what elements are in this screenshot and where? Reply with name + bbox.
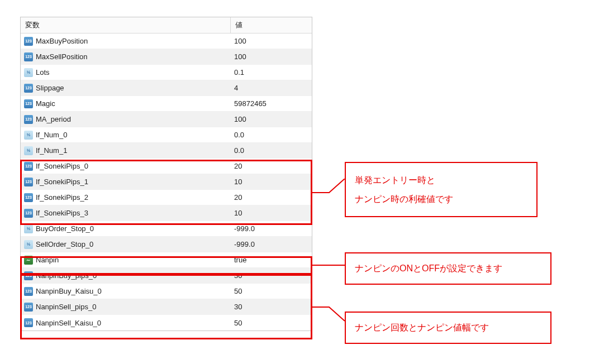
float-icon: ½ [24, 146, 33, 155]
value-cell[interactable]: 59872465 [231, 97, 312, 110]
value-text: 20 [234, 193, 242, 202]
value-cell[interactable]: 0.0 [231, 144, 312, 157]
value-text: 100 [234, 52, 246, 61]
float-icon: ½ [24, 68, 33, 77]
value-cell[interactable]: -999.0 [231, 222, 312, 235]
header-variable[interactable]: 変数 [21, 17, 231, 33]
float-icon: ½ [24, 131, 33, 140]
integer-icon: 123 [24, 271, 33, 280]
table-row[interactable]: 123Slippage4 [21, 80, 312, 96]
value-cell[interactable]: 10 [231, 175, 312, 188]
value-cell[interactable]: 30 [231, 300, 312, 313]
variable-cell: 123If_SonekiPips_3 [21, 207, 231, 220]
integer-icon: 123 [24, 99, 33, 108]
table-row[interactable]: 123If_SonekiPips_110 [21, 174, 312, 190]
value-text: 100 [234, 37, 246, 45]
integer-icon: 123 [24, 318, 33, 327]
callout-nanpin-onoff: ナンピンのONとOFFが設定できます [345, 252, 551, 285]
value-text: 30 [234, 303, 242, 311]
variable-cell: 123If_SonekiPips_1 [21, 175, 231, 189]
variable-name: If_Num_1 [36, 146, 67, 155]
integer-icon: 123 [24, 115, 33, 124]
table-row[interactable]: ½BuyOrder_Stop_0-999.0 [21, 221, 312, 237]
variable-cell: ∼Nanpin [21, 253, 231, 267]
variable-cell: ½Lots [21, 66, 231, 79]
value-text: -999.0 [234, 224, 255, 233]
bool-icon: ∼ [24, 256, 33, 265]
variable-name: Nanpin [36, 256, 59, 264]
variable-name: BuyOrder_Stop_0 [36, 224, 94, 233]
value-cell[interactable]: 0.1 [231, 66, 312, 79]
integer-icon: 123 [24, 287, 33, 296]
variable-cell: 123NanpinSell_pips_0 [21, 300, 231, 314]
table-row[interactable]: 123NanpinSell_Kaisu_050 [21, 315, 312, 331]
integer-icon: 123 [24, 37, 33, 46]
variable-name: MA_period [36, 115, 71, 123]
value-text: 30 [234, 271, 242, 280]
value-text: 0.0 [234, 146, 244, 155]
value-text: 59872465 [234, 99, 267, 108]
variable-name: Magic [36, 99, 55, 108]
callout-text: 単発エントリー時と [355, 175, 435, 185]
variable-name: NanpinBuy_pips_0 [36, 271, 97, 280]
table-row[interactable]: ∼Nanpintrue [21, 252, 312, 268]
variable-name: If_SonekiPips_1 [36, 178, 88, 186]
value-text: 0.0 [234, 131, 244, 139]
properties-table: 変数 値 123MaxBuyPosition100123MaxSellPosit… [20, 17, 312, 331]
variable-cell: 123NanpinBuy_pips_0 [21, 269, 231, 282]
value-text: true [234, 256, 246, 264]
variable-cell: 123MaxSellPosition [21, 50, 231, 64]
table-row[interactable]: 123NanpinSell_pips_030 [21, 299, 312, 315]
table-row[interactable]: 123MaxBuyPosition100 [21, 33, 312, 49]
table-row[interactable]: 123If_SonekiPips_310 [21, 205, 312, 221]
value-cell[interactable]: 100 [231, 35, 312, 47]
value-cell[interactable]: 20 [231, 160, 312, 173]
value-cell[interactable]: 50 [231, 285, 312, 298]
variable-cell: 123MA_period [21, 113, 231, 126]
variable-cell: ½BuyOrder_Stop_0 [21, 222, 231, 236]
value-text: -999.0 [234, 240, 255, 248]
integer-icon: 123 [24, 52, 33, 61]
table-row[interactable]: ½If_Num_00.0 [21, 127, 312, 143]
value-cell[interactable]: 0.0 [231, 128, 312, 141]
variable-cell: ½If_Num_1 [21, 144, 231, 157]
table-row[interactable]: 123If_SonekiPips_220 [21, 190, 312, 205]
header-value[interactable]: 値 [231, 17, 312, 33]
table-row[interactable]: ½SellOrder_Stop_0-999.0 [21, 237, 312, 252]
variable-cell: ½SellOrder_Stop_0 [21, 238, 231, 251]
variable-cell: 123MaxBuyPosition [21, 35, 231, 48]
value-cell[interactable]: 10 [231, 207, 312, 219]
value-text: 100 [234, 115, 246, 123]
table-row[interactable]: ½Lots0.1 [21, 65, 312, 80]
value-cell[interactable]: 50 [231, 317, 312, 329]
float-icon: ½ [24, 224, 33, 233]
integer-icon: 123 [24, 162, 33, 171]
integer-icon: 123 [24, 303, 33, 312]
value-cell[interactable]: 20 [231, 191, 312, 204]
table-row[interactable]: 123Magic59872465 [21, 96, 312, 112]
variable-cell: 123If_SonekiPips_0 [21, 160, 231, 173]
variable-name: Slippage [36, 84, 64, 92]
callout-text: ナンピンのONとOFFが設定できます [355, 264, 502, 273]
value-cell[interactable]: -999.0 [231, 238, 312, 251]
integer-icon: 123 [24, 84, 33, 93]
table-row[interactable]: ½If_Num_10.0 [21, 143, 312, 159]
table-row[interactable]: 123MaxSellPosition100 [21, 49, 312, 65]
variable-cell: 123NanpinSell_Kaisu_0 [21, 316, 231, 329]
value-cell[interactable]: 30 [231, 269, 312, 282]
variable-name: If_SonekiPips_0 [36, 162, 88, 170]
value-cell[interactable]: 4 [231, 82, 312, 94]
table-row[interactable]: 123NanpinBuy_Kaisu_050 [21, 284, 312, 299]
table-row[interactable]: 123NanpinBuy_pips_030 [21, 268, 312, 284]
variable-name: NanpinSell_Kaisu_0 [36, 319, 101, 327]
integer-icon: 123 [24, 178, 33, 186]
value-cell[interactable]: true [231, 253, 312, 266]
variable-cell: 123NanpinBuy_Kaisu_0 [21, 285, 231, 298]
value-text: 50 [234, 319, 242, 327]
value-cell[interactable]: 100 [231, 113, 312, 126]
table-row[interactable]: 123If_SonekiPips_020 [21, 159, 312, 174]
variable-cell: 123Slippage [21, 82, 231, 95]
variable-cell: 123If_SonekiPips_2 [21, 191, 231, 204]
value-cell[interactable]: 100 [231, 50, 312, 63]
table-row[interactable]: 123MA_period100 [21, 112, 312, 127]
